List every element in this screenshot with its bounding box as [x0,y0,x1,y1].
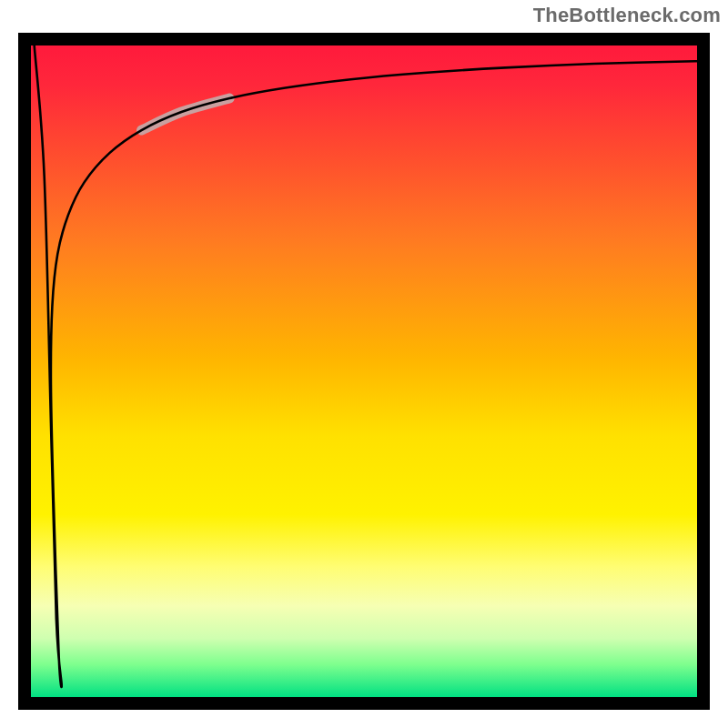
highlight-segment [142,98,230,130]
bottleneck-curve [35,46,697,687]
watermark-label: TheBottleneck.com [533,4,721,27]
chart-container: TheBottleneck.com [0,0,728,728]
plot-area [18,33,710,710]
chart-svg [31,46,697,697]
